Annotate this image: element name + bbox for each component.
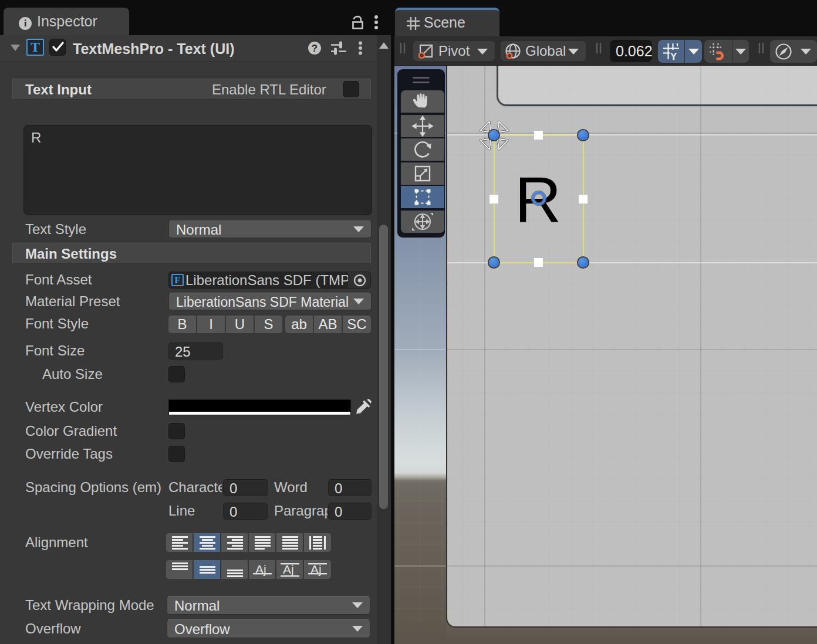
svg-text:Aj: Aj: [283, 562, 294, 576]
svg-text:Y: Y: [670, 51, 677, 60]
